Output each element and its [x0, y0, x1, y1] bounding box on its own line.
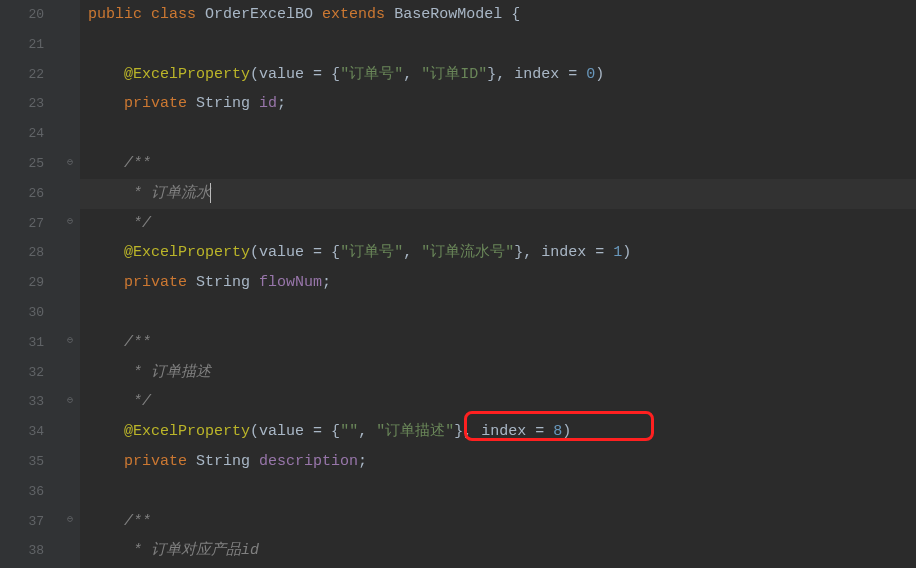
line-number: 35	[0, 447, 44, 477]
code-line[interactable]: @ExcelProperty(value = {"", "订单描述"}, ind…	[80, 417, 916, 447]
code-line[interactable]	[80, 477, 916, 507]
code-editor[interactable]: 20 21 22 23 24 25 26 27 28 29 30 31 32 3…	[0, 0, 916, 568]
code-line[interactable]	[80, 30, 916, 60]
code-line[interactable]: */	[80, 209, 916, 239]
line-number: 27	[0, 209, 44, 239]
line-number: 31	[0, 328, 44, 358]
code-line[interactable]: public class OrderExcelBO extends BaseRo…	[80, 0, 916, 30]
line-number: 30	[0, 298, 44, 328]
line-number: 33	[0, 387, 44, 417]
code-line[interactable]: private String flowNum;	[80, 268, 916, 298]
line-number: 25	[0, 149, 44, 179]
fold-toggle-icon[interactable]: ⊖	[64, 395, 76, 407]
code-line[interactable]: private String description;	[80, 447, 916, 477]
code-area[interactable]: public class OrderExcelBO extends BaseRo…	[80, 0, 916, 568]
fold-toggle-icon[interactable]: ⊖	[64, 514, 76, 526]
line-number: 20	[0, 0, 44, 30]
line-number: 36	[0, 477, 44, 507]
line-number-gutter: 20 21 22 23 24 25 26 27 28 29 30 31 32 3…	[0, 0, 62, 568]
code-line[interactable]: private String id;	[80, 89, 916, 119]
code-line[interactable]: /**	[80, 507, 916, 537]
code-line[interactable]: * 订单对应产品id	[80, 536, 916, 566]
fold-toggle-icon[interactable]: ⊖	[64, 216, 76, 228]
line-number: 26	[0, 179, 44, 209]
code-line[interactable]: * 订单描述	[80, 358, 916, 388]
line-number: 37	[0, 507, 44, 537]
line-number: 23	[0, 89, 44, 119]
fold-toggle-icon[interactable]: ⊖	[64, 335, 76, 347]
text-cursor	[210, 183, 211, 203]
line-number: 28	[0, 238, 44, 268]
fold-column: ⊖ ⊖ ⊖ ⊖ ⊖	[62, 0, 80, 568]
code-line-current[interactable]: * 订单流水	[80, 179, 916, 209]
line-number: 29	[0, 268, 44, 298]
code-line[interactable]	[80, 119, 916, 149]
code-line[interactable]: /**	[80, 149, 916, 179]
line-number: 21	[0, 30, 44, 60]
code-line[interactable]: @ExcelProperty(value = {"订单号", "订单流水号"},…	[80, 238, 916, 268]
code-line[interactable]: */	[80, 387, 916, 417]
line-number: 34	[0, 417, 44, 447]
line-number: 24	[0, 119, 44, 149]
code-line[interactable]	[80, 298, 916, 328]
line-number: 22	[0, 60, 44, 90]
code-line[interactable]: /**	[80, 328, 916, 358]
fold-toggle-icon[interactable]: ⊖	[64, 157, 76, 169]
line-number: 32	[0, 358, 44, 388]
line-number: 38	[0, 536, 44, 566]
code-line[interactable]: @ExcelProperty(value = {"订单号", "订单ID"}, …	[80, 60, 916, 90]
